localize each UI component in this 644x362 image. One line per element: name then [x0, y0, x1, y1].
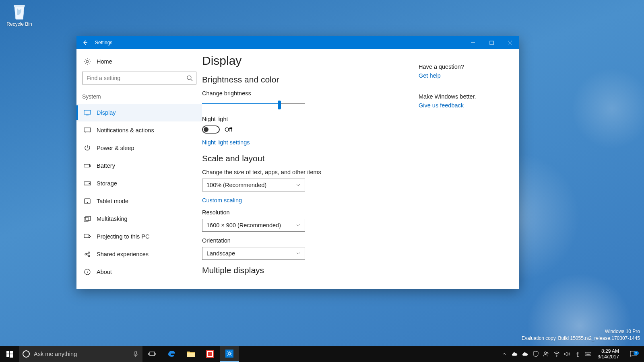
tray-wifi-icon[interactable]: [553, 351, 560, 357]
resolution-select[interactable]: 644 × 362 (Recommended): [202, 219, 305, 232]
svg-point-8: [89, 183, 90, 184]
home-nav[interactable]: Home: [76, 56, 202, 72]
taskbar: Ask me anything 8:29 AM 3/14/2017 2: [0, 346, 644, 362]
svg-point-10: [87, 202, 87, 203]
search-input-wrap[interactable]: [82, 72, 196, 84]
content: Display Brightness and color Change brig…: [202, 54, 419, 289]
help-heading: Have a question?: [419, 64, 511, 70]
help-pane: Have a question? Get help Make Windows b…: [419, 54, 519, 289]
microphone-icon[interactable]: [133, 351, 139, 357]
sidebar-item-label: Tablet mode: [97, 198, 128, 204]
svg-rect-20: [6, 354, 9, 357]
battery-icon: [84, 162, 91, 169]
back-button[interactable]: [76, 36, 94, 49]
scale-value: 100% (Recommended): [206, 182, 266, 188]
svg-rect-0: [490, 41, 493, 45]
night-light-toggle[interactable]: [202, 125, 220, 134]
tray-onedrive-icon[interactable]: [512, 351, 518, 357]
edge-button[interactable]: [162, 346, 181, 362]
svg-rect-19: [10, 351, 13, 354]
sidebar-item-label: Display: [97, 109, 116, 116]
cortana-placeholder: Ask me anything: [34, 351, 77, 357]
svg-point-14: [85, 253, 87, 255]
sidebar-item-shared-experiences[interactable]: Shared experiences: [76, 245, 202, 263]
minimize-button[interactable]: [464, 36, 482, 49]
sidebar-item-battery[interactable]: Battery: [76, 157, 202, 175]
display-icon: [84, 109, 91, 116]
task-view-button[interactable]: [142, 346, 162, 362]
sidebar-item-storage[interactable]: Storage: [76, 175, 202, 192]
maximize-button[interactable]: [482, 36, 501, 49]
sidebar-item-power-sleep[interactable]: Power & sleep: [76, 139, 202, 157]
notification-badge: 2: [634, 351, 639, 355]
sidebar-item-label: Projecting to this PC: [97, 233, 149, 240]
clock-time: 8:29 AM: [598, 348, 619, 354]
svg-rect-3: [84, 110, 91, 114]
system-tray: 8:29 AM 3/14/2017 2: [499, 346, 644, 362]
svg-rect-13: [84, 234, 89, 238]
feedback-heading: Make Windows better.: [419, 93, 511, 100]
sidebar-item-projecting-to-this-pc[interactable]: Projecting to this PC: [76, 228, 202, 245]
get-help-link[interactable]: Get help: [419, 72, 511, 79]
page-title: Display: [202, 54, 419, 68]
recycle-bin-icon: [11, 2, 27, 20]
window-title: Settings: [94, 40, 112, 45]
chevron-down-icon: [296, 251, 301, 256]
storage-icon: [84, 180, 91, 187]
tray-volume-icon[interactable]: [564, 351, 570, 357]
gear-icon: [84, 58, 91, 65]
night-light-label: Night light: [202, 116, 419, 122]
recycle-bin[interactable]: Recycle Bin: [4, 2, 35, 27]
svg-point-31: [556, 356, 557, 356]
sidebar-item-label: Battery: [97, 162, 115, 169]
close-button[interactable]: [501, 36, 519, 49]
orientation-label: Orientation: [202, 237, 419, 244]
tray-cloud-icon[interactable]: [522, 351, 528, 357]
sidebar-item-display[interactable]: Display: [76, 104, 202, 121]
search-icon: [186, 75, 193, 81]
svg-point-15: [88, 252, 90, 253]
svg-rect-24: [187, 353, 195, 357]
action-center-button[interactable]: 2: [625, 351, 642, 357]
cortana-search[interactable]: Ask me anything: [19, 346, 142, 362]
brightness-slider[interactable]: [202, 100, 305, 108]
chevron-down-icon: [296, 223, 301, 228]
titlebar[interactable]: Settings: [76, 36, 519, 49]
sidebar-item-tablet-mode[interactable]: Tablet mode: [76, 192, 202, 210]
scale-select[interactable]: 100% (Recommended): [202, 179, 305, 191]
search-input[interactable]: [87, 75, 186, 81]
settings-taskbar-button[interactable]: [220, 346, 239, 362]
sidebar-item-about[interactable]: About: [76, 263, 202, 281]
app-red-button[interactable]: [200, 346, 220, 362]
file-explorer-button[interactable]: [181, 346, 200, 362]
svg-point-1: [86, 60, 89, 63]
night-light-settings-link[interactable]: Night light settings: [202, 139, 419, 146]
tray-chevron-up-icon[interactable]: [501, 351, 508, 357]
sidebar-item-notifications-actions[interactable]: Notifications & actions: [76, 121, 202, 139]
sidebar-item-label: Power & sleep: [97, 145, 134, 151]
custom-scaling-link[interactable]: Custom scaling: [202, 197, 419, 204]
svg-point-2: [187, 76, 191, 80]
multitasking-icon: [84, 215, 91, 222]
slider-thumb[interactable]: [278, 101, 281, 109]
feedback-link[interactable]: Give us feedback: [419, 102, 511, 109]
night-light-state: Off: [225, 126, 232, 133]
tray-usb-icon[interactable]: [574, 351, 581, 357]
svg-rect-5: [84, 164, 90, 167]
chevron-down-icon: [296, 183, 301, 187]
orientation-select[interactable]: Landscape: [202, 247, 305, 260]
home-label: Home: [97, 58, 112, 65]
tray-people-icon[interactable]: [543, 351, 549, 357]
tray-keyboard-icon[interactable]: [585, 351, 591, 357]
settings-window: Settings Home System DisplayNotificati: [76, 36, 519, 289]
taskbar-clock[interactable]: 8:29 AM 3/14/2017: [595, 348, 621, 360]
svg-point-29: [544, 352, 546, 354]
about-icon: [84, 268, 91, 276]
tray-defender-icon[interactable]: [533, 351, 539, 357]
start-button[interactable]: [0, 346, 19, 362]
sidebar-item-multitasking[interactable]: Multitasking: [76, 210, 202, 228]
sidebar-category: System: [76, 93, 202, 104]
cortana-icon: [23, 350, 30, 358]
shared-icon: [84, 251, 91, 258]
svg-rect-32: [585, 352, 590, 356]
